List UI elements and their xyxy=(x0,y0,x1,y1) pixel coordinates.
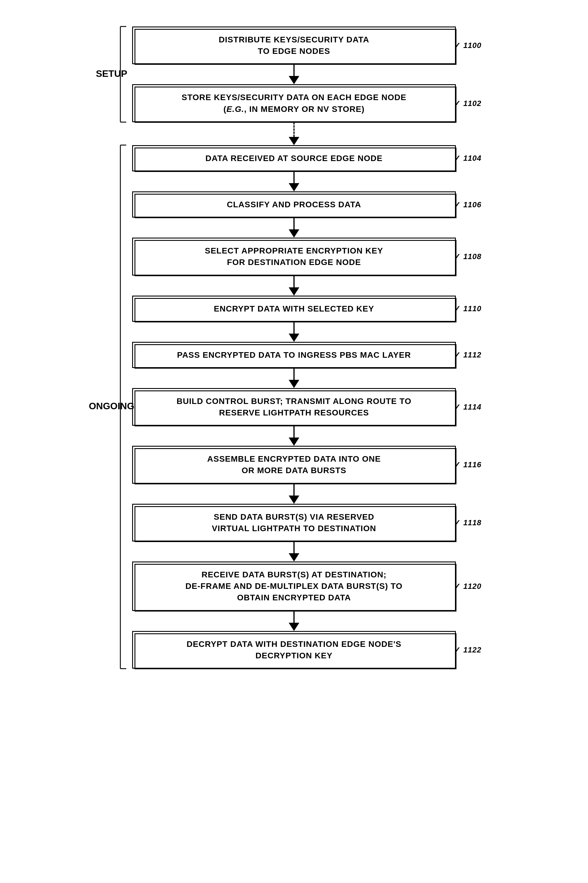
step-number-1108: 1108 xyxy=(454,251,482,262)
arrow-1104-1106 xyxy=(289,171,299,191)
box-1116-text: ASSEMBLE ENCRYPTED DATA INTO ONE OR MORE… xyxy=(207,454,381,475)
box-1122: DECRYPT DATA WITH DESTINATION EDGE NODE'… xyxy=(132,631,456,669)
box-1118: SEND DATA BURST(S) VIA RESERVED VIRTUAL … xyxy=(132,504,456,541)
box-1118-text: SEND DATA BURST(S) VIA RESERVED VIRTUAL … xyxy=(212,512,376,533)
box-1114-text: BUILD CONTROL BURST; TRANSMIT ALONG ROUT… xyxy=(177,396,411,417)
box-1104-text: DATA RECEIVED AT SOURCE EDGE NODE xyxy=(206,154,382,163)
arrow-1114-1116 xyxy=(289,426,299,446)
step-number-1120: 1120 xyxy=(454,581,482,592)
arrow-1106-1108 xyxy=(289,218,299,237)
box-1112-text: PASS ENCRYPTED DATA TO INGRESS PBS MAC L… xyxy=(177,350,411,359)
box-1114: BUILD CONTROL BURST; TRANSMIT ALONG ROUT… xyxy=(132,388,456,426)
diagram-container: DISTRIBUTE KEYS/SECURITY DATA TO EDGE NO… xyxy=(0,0,588,883)
step-number-1102: 1102 xyxy=(454,98,482,108)
box-1112: PASS ENCRYPTED DATA TO INGRESS PBS MAC L… xyxy=(132,342,456,368)
box-1102-text: STORE KEYS/SECURITY DATA ON EACH EDGE NO… xyxy=(182,93,406,113)
arrow-1118-1120 xyxy=(289,541,299,562)
box-1120: RECEIVE DATA BURST(S) AT DESTINATION; DE… xyxy=(132,562,456,611)
box-1108-text: SELECT APPROPRIATE ENCRYPTION KEY FOR DE… xyxy=(205,246,383,267)
step-number-1100: 1100 xyxy=(454,40,482,51)
box-1110: ENCRYPT DATA WITH SELECTED KEY 1110 xyxy=(132,296,456,322)
arrow-1116-1118 xyxy=(289,484,299,504)
box-1104: DATA RECEIVED AT SOURCE EDGE NODE 1104 xyxy=(132,145,456,171)
box-1106-text: CLASSIFY AND PROCESS DATA xyxy=(227,200,361,209)
box-1102: STORE KEYS/SECURITY DATA ON EACH EDGE NO… xyxy=(132,84,456,122)
arrow-1110-1112 xyxy=(289,322,299,342)
flow-wrapper: DISTRIBUTE KEYS/SECURITY DATA TO EDGE NO… xyxy=(88,18,500,669)
step-number-1118: 1118 xyxy=(454,517,482,528)
arrow-1112-1114 xyxy=(289,368,299,388)
box-1120-text: RECEIVE DATA BURST(S) AT DESTINATION; DE… xyxy=(185,570,403,602)
arrow-1108-1110 xyxy=(289,276,299,296)
box-1122-text: DECRYPT DATA WITH DESTINATION EDGE NODE'… xyxy=(187,640,401,660)
step-number-1122: 1122 xyxy=(454,644,482,655)
step-number-1104: 1104 xyxy=(454,153,482,164)
box-1106: CLASSIFY AND PROCESS DATA 1106 xyxy=(132,191,456,218)
step-number-1116: 1116 xyxy=(454,459,482,470)
step-number-1106: 1106 xyxy=(454,199,482,210)
box-1100: DISTRIBUTE KEYS/SECURITY DATA TO EDGE NO… xyxy=(132,27,456,64)
arrow-1102-1104 xyxy=(289,122,299,145)
step-number-1110: 1110 xyxy=(454,303,482,314)
step-number-1112: 1112 xyxy=(454,350,482,360)
box-1110-text: ENCRYPT DATA WITH SELECTED KEY xyxy=(214,304,374,313)
box-1108: SELECT APPROPRIATE ENCRYPTION KEY FOR DE… xyxy=(132,237,456,275)
step-number-1114: 1114 xyxy=(454,402,482,412)
arrow-1100-1102 xyxy=(289,64,299,84)
box-1116: ASSEMBLE ENCRYPTED DATA INTO ONE OR MORE… xyxy=(132,446,456,484)
box-1100-text: DISTRIBUTE KEYS/SECURITY DATA TO EDGE NO… xyxy=(219,35,369,56)
arrow-1120-1122 xyxy=(289,611,299,631)
